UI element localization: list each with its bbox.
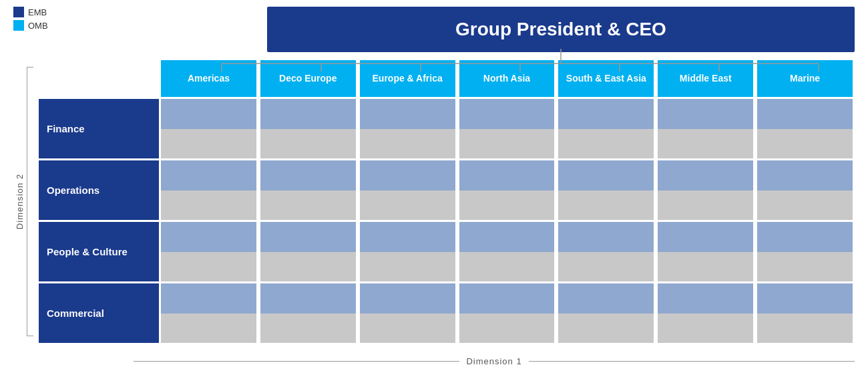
ceo-title: Group President & CEO [455,19,666,39]
dim1-label: Dimension 1 [466,356,521,366]
table-row: People & Culture [39,220,855,281]
data-cell [558,160,654,220]
data-cell [757,283,853,343]
grid-area: Americas Deco Europe Europe & Africa Nor… [39,60,855,343]
omb-label: OMB [28,21,48,31]
data-cell [558,99,654,158]
legend-emb-item: EMB [13,7,48,17]
data-cell [757,222,853,281]
ceo-box: Group President & CEO [267,7,855,52]
col-headers: Americas Deco Europe Europe & Africa Nor… [39,60,855,97]
dim2-label-container: Dimension 2 [13,60,27,343]
table-row: Commercial [39,281,855,343]
dim1-container: Dimension 1 [134,356,855,366]
data-cell [161,99,256,158]
row-label-people-culture: People & Culture [39,222,159,281]
row-label-spacer [39,60,159,97]
col-header-middle-east: Middle East [658,60,753,97]
col-header-deco-europe: Deco Europe [260,60,356,97]
omb-color-box [13,20,24,31]
data-cell [558,222,654,281]
data-cell [260,160,356,220]
data-cell [161,222,256,281]
data-cell [260,222,356,281]
matrix-wrapper: Dimension 2 Americas Deco Europe Europe … [13,60,855,343]
row-label-operations: Operations [39,160,159,220]
row-label-finance: Finance [39,99,159,158]
data-cell [658,160,753,220]
table-row: Operations [39,158,855,220]
data-cell [757,99,853,158]
col-header-marine: Marine [757,60,853,97]
data-cell [360,99,455,158]
data-cell [161,160,256,220]
col-header-europe-africa: Europe & Africa [360,60,455,97]
data-cell [459,160,555,220]
row-label-commercial: Commercial [39,283,159,343]
data-cell [360,283,455,343]
data-cell [161,283,256,343]
data-cell [558,283,654,343]
emb-color-box [13,7,24,17]
legend-omb-item: OMB [13,20,48,31]
data-cell [260,99,356,158]
data-cell [459,222,555,281]
dim1-line-left [134,361,459,362]
bracket-line [27,67,33,336]
col-header-south-east-asia: South & East Asia [558,60,654,97]
data-cell [360,222,455,281]
data-cell [260,283,356,343]
data-cell [658,222,753,281]
table-row: Finance [39,97,855,158]
col-header-americas: Americas [161,60,256,97]
bracket-area [27,60,39,343]
data-cell [459,283,555,343]
emb-label: EMB [28,7,47,17]
legend: EMB OMB [13,7,48,31]
data-cell [658,99,753,158]
col-header-north-asia: North Asia [459,60,555,97]
data-cell [360,160,455,220]
data-cell [757,160,853,220]
main-container: EMB OMB Group President & CEO Dimension … [0,0,868,373]
dim1-line-right [529,361,855,362]
data-cell [459,99,555,158]
dim2-label: Dimension 2 [15,174,25,229]
data-cell [658,283,753,343]
data-rows: Finance Operations [39,97,855,343]
